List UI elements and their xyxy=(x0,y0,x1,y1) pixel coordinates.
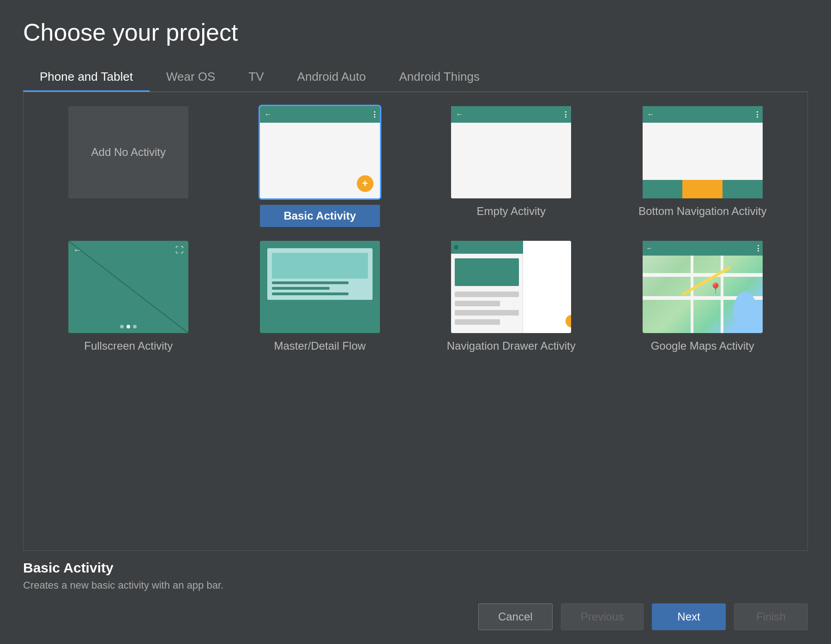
bottom-nav-thumb: ← xyxy=(643,106,763,198)
empty-content-area xyxy=(451,123,571,198)
md-card xyxy=(267,248,373,300)
fs-dot-3 xyxy=(133,325,137,328)
cancel-button[interactable]: Cancel xyxy=(478,603,553,630)
md-line-2 xyxy=(272,287,330,290)
master-detail-mockup xyxy=(260,241,380,333)
activity-grid: Add No Activity ← + Basic Acti xyxy=(42,106,789,352)
md-line-1 xyxy=(272,281,349,284)
empty-overflow-icon xyxy=(565,111,566,118)
tabs-bar: Phone and Tablet Wear OS TV Android Auto… xyxy=(23,63,808,92)
bn-seg-1 xyxy=(643,180,683,198)
fab-icon: + xyxy=(357,175,373,192)
add-no-activity-label: Add No Activity xyxy=(91,146,166,159)
bottom-nav-overflow-icon xyxy=(757,111,758,118)
project-grid-container: Add No Activity ← + Basic Acti xyxy=(23,92,808,551)
maps-back-icon: ← xyxy=(646,244,653,252)
bn-seg-2 xyxy=(682,180,723,198)
fs-nav-dots xyxy=(120,325,137,328)
nav-drawer-header xyxy=(455,258,519,286)
description-text: Creates a new basic activity with an app… xyxy=(23,579,808,591)
google-maps-label: Google Maps Activity xyxy=(651,340,754,352)
back-arrow-icon: ← xyxy=(265,110,272,119)
nav-drawer-main xyxy=(523,241,571,333)
grid-item-nav-drawer[interactable]: Navigation Drawer Activity xyxy=(425,241,598,352)
fs-back-icon: ← xyxy=(73,245,81,255)
md-image-rect xyxy=(272,253,368,279)
tab-phone-tablet[interactable]: Phone and Tablet xyxy=(23,63,150,92)
footer: Cancel Previous Next Finish xyxy=(23,596,808,630)
overflow-menu-icon xyxy=(374,111,375,118)
nav-top-dot xyxy=(454,245,458,250)
map-yellow-road xyxy=(681,266,731,296)
empty-activity-thumb: ← xyxy=(451,106,571,198)
tab-android-auto[interactable]: Android Auto xyxy=(281,63,383,92)
nav-row-3 xyxy=(455,310,519,316)
map-water xyxy=(734,292,757,328)
bottom-nav-content xyxy=(643,123,763,180)
empty-activity-mockup: ← xyxy=(451,106,571,198)
fs-dot-2 xyxy=(126,325,130,328)
description-section: Basic Activity Creates a new basic activ… xyxy=(23,551,808,596)
fullscreen-mockup: ← ⛶ xyxy=(68,241,188,333)
bottom-nav-bar xyxy=(643,180,763,198)
grid-item-fullscreen-activity[interactable]: ← ⛶ Fullscreen Activity xyxy=(42,241,215,352)
map-road-h1 xyxy=(643,273,763,277)
empty-app-bar: ← xyxy=(451,106,571,123)
fullscreen-label: Fullscreen Activity xyxy=(84,340,173,352)
grid-item-bottom-nav-activity[interactable]: ← Bottom Navigation Activity xyxy=(616,106,789,218)
tab-tv[interactable]: TV xyxy=(232,63,280,92)
maps-mockup: 📍 ← xyxy=(643,241,763,333)
nav-drawer-mockup xyxy=(451,241,571,333)
nav-drawer-label: Navigation Drawer Activity xyxy=(447,340,576,352)
grid-item-basic-activity[interactable]: ← + Basic Activity xyxy=(234,106,407,227)
basic-activity-label: Basic Activity xyxy=(260,205,380,227)
empty-back-icon: ← xyxy=(456,110,463,119)
description-title: Basic Activity xyxy=(23,560,808,576)
grid-item-google-maps[interactable]: 📍 ← Google Maps Activity xyxy=(616,241,789,352)
maps-overflow-icon xyxy=(758,245,759,251)
nav-row-1 xyxy=(455,292,519,297)
bottom-nav-mockup: ← xyxy=(643,106,763,198)
maps-app-bar: ← xyxy=(643,241,763,256)
nav-drawer-fab xyxy=(566,315,571,328)
fs-fullscreen-icon: ⛶ xyxy=(175,245,184,255)
fullscreen-toolbar: ← ⛶ xyxy=(73,245,184,255)
tab-android-things[interactable]: Android Things xyxy=(382,63,496,92)
add-no-activity-thumb: Add No Activity xyxy=(68,106,188,198)
page-title: Choose your project xyxy=(23,18,808,46)
google-maps-thumb: 📍 ← xyxy=(643,241,763,333)
fs-dot-1 xyxy=(120,325,124,328)
phone-content-area: + xyxy=(260,123,380,198)
basic-activity-thumb: ← + xyxy=(260,106,380,198)
master-detail-thumb xyxy=(260,241,380,333)
nav-row-2 xyxy=(455,301,500,306)
grid-item-master-detail[interactable]: Master/Detail Flow xyxy=(234,241,407,352)
fullscreen-thumb: ← ⛶ xyxy=(68,241,188,333)
bottom-nav-label: Bottom Navigation Activity xyxy=(638,205,766,218)
previous-button[interactable]: Previous xyxy=(561,603,644,630)
nav-row-4 xyxy=(455,319,500,325)
grid-item-add-no-activity[interactable]: Add No Activity xyxy=(42,106,215,198)
basic-activity-mockup: ← + xyxy=(260,106,380,198)
grid-item-empty-activity[interactable]: ← Empty Activity xyxy=(425,106,598,218)
bottom-nav-back-icon: ← xyxy=(647,110,655,119)
bottom-nav-app-bar: ← xyxy=(643,106,763,123)
tab-wear-os[interactable]: Wear OS xyxy=(150,63,232,92)
master-detail-label: Master/Detail Flow xyxy=(274,340,366,352)
nav-drawer-side xyxy=(451,254,523,333)
bn-seg-3 xyxy=(723,180,763,198)
empty-activity-label: Empty Activity xyxy=(477,205,546,218)
map-pin-icon: 📍 xyxy=(709,282,723,295)
phone-app-bar: ← xyxy=(260,106,380,123)
nav-drawer-thumb xyxy=(451,241,571,333)
md-line-3 xyxy=(272,292,349,295)
next-button[interactable]: Next xyxy=(652,603,726,630)
finish-button[interactable]: Finish xyxy=(734,603,808,630)
